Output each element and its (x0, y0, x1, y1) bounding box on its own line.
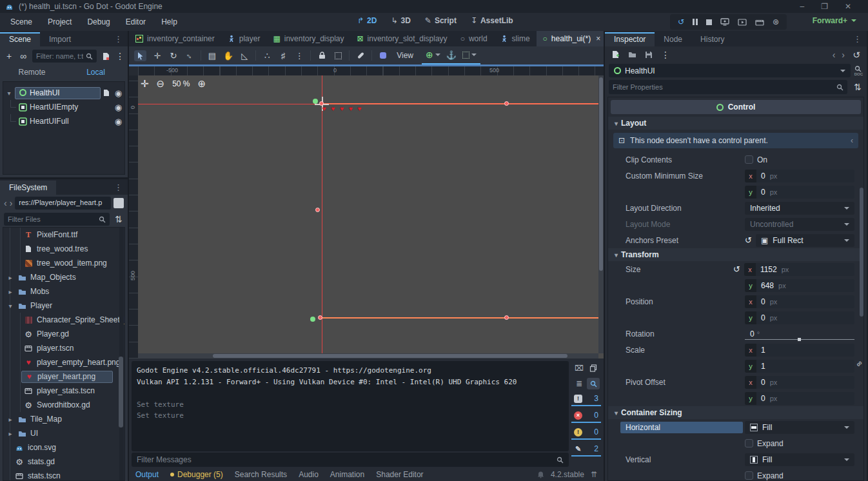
tab-filesystem[interactable]: FileSystem (0, 181, 56, 195)
script-icon[interactable] (103, 89, 110, 97)
revert-icon[interactable]: ↺ (733, 264, 740, 274)
position-y-field[interactable]: y 0 px (745, 311, 854, 324)
custom-min-size-x-field[interactable]: x 0 px (745, 170, 854, 182)
search-output-icon[interactable] (587, 378, 600, 389)
scene-tab-inventory-container[interactable]: inventory_container (129, 31, 221, 46)
tab-history[interactable]: History (691, 32, 733, 46)
folder-row[interactable]: ▸Map_Objects (3, 270, 124, 284)
restart-button[interactable]: ↺ (678, 17, 684, 26)
warnings-filter-badge[interactable]: ! 0 (571, 427, 601, 440)
tab-import[interactable]: Import (40, 32, 80, 46)
history-back-icon[interactable]: ‹ (4, 198, 7, 208)
load-resource-icon[interactable] (627, 51, 637, 58)
focus-file-button[interactable] (113, 198, 124, 208)
tab-node[interactable]: Node (655, 32, 691, 46)
clip-contents-checkbox[interactable] (745, 155, 753, 164)
copy-output-icon[interactable] (587, 362, 600, 374)
pause-button[interactable] (693, 19, 698, 25)
filesystem-menu-icon[interactable]: ⋮ (114, 182, 128, 195)
sort-files-icon[interactable]: ⇅ (113, 214, 124, 224)
vertical-sizing-dropdown[interactable]: Fill (745, 453, 854, 466)
scene-filter-input[interactable]: Filter: name, t:t (32, 50, 97, 63)
inspector-menu-icon[interactable]: ⋮ (853, 34, 867, 46)
layout-mode-dropdown[interactable]: Uncontrolled (745, 218, 854, 231)
rotation-thumb[interactable] (798, 338, 801, 341)
vertical-scrollbar[interactable] (598, 75, 604, 353)
file-row[interactable]: tree_wood_item.png (3, 256, 124, 270)
chevron-right-icon[interactable]: ▸ (7, 274, 14, 281)
folder-row[interactable]: ▾Player (3, 299, 124, 313)
folder-row[interactable]: ▸UI (3, 426, 124, 440)
tab-animation[interactable]: Animation (330, 470, 364, 479)
menu-debug[interactable]: Debug (81, 15, 116, 29)
zoom-in-icon[interactable]: ⊕ (198, 78, 206, 90)
ruler-tool[interactable]: ◺ (239, 51, 250, 61)
movie-maker-icon[interactable]: ⊛ (773, 17, 779, 26)
filter-messages-input[interactable]: Filter Messages (132, 453, 569, 467)
workspace-2d[interactable]: ↱2D (353, 14, 380, 27)
section-layout[interactable]: ▾ Layout (608, 117, 863, 130)
resource-options-icon[interactable]: ⋮ (660, 50, 671, 60)
select-tool[interactable] (134, 50, 146, 61)
visibility-eye-icon[interactable]: ◉ (115, 88, 122, 98)
list-select-tool[interactable]: ▤ (207, 51, 217, 61)
file-row[interactable]: tree_wood.tres (3, 242, 124, 256)
open-docs-button[interactable]: DOC (854, 66, 863, 76)
chevron-down-icon[interactable]: ▾ (7, 302, 14, 309)
scale-y-field[interactable]: y 1 (745, 360, 854, 373)
chevron-right-icon[interactable]: ▸ (7, 288, 14, 295)
edited-object-selector[interactable]: HealthUI (609, 64, 851, 77)
smart-snap-toggle[interactable]: ∴ (262, 51, 272, 61)
add-node-button[interactable]: + (4, 51, 14, 61)
filter-properties-input[interactable]: Filter Properties (609, 80, 847, 94)
file-row[interactable]: ♥player_empty_heart.png (3, 355, 124, 369)
renderer-selector[interactable]: Forward+ (813, 16, 856, 25)
collapse-icon[interactable]: ▾ (6, 90, 12, 97)
zoom-level[interactable]: 50 % (172, 79, 190, 88)
filesystem-scrollbar[interactable] (119, 228, 124, 480)
file-row[interactable]: ⚙Player.gd (3, 327, 124, 341)
local-tab[interactable]: Local (64, 66, 128, 80)
minimize-button[interactable]: – (800, 2, 804, 11)
workspace-3d[interactable]: ↳3D (387, 14, 414, 27)
size-y-field[interactable]: y 648 px (745, 279, 854, 292)
play-scene-button[interactable] (738, 19, 747, 26)
pivot-y-field[interactable]: y 0 px (745, 392, 854, 405)
file-row[interactable]: TPixelFont.ttf (3, 228, 124, 242)
size-x-field[interactable]: x 1152 px (744, 263, 854, 276)
folder-row[interactable]: ▸Mobs (3, 284, 124, 299)
messages-filter-badge[interactable]: ! 3 (571, 393, 601, 406)
filesystem-filter-input[interactable]: Filter Files (4, 213, 110, 226)
tab-audio[interactable]: Audio (299, 470, 319, 479)
tree-row[interactable]: HeartUIFull ◉ (3, 114, 124, 128)
remote-tab[interactable]: Remote (0, 66, 64, 80)
file-row[interactable]: icon.svg (3, 440, 124, 455)
play-custom-scene-button[interactable] (755, 19, 764, 26)
vertical-expand-checkbox[interactable] (745, 471, 753, 480)
rect-handle-bottom-left[interactable] (318, 315, 322, 320)
history-back-icon[interactable]: ‹ (833, 50, 836, 60)
horizontal-sizing-dropdown[interactable]: Fill (745, 421, 854, 434)
scene-tab-slime[interactable]: slime (494, 31, 537, 46)
stop-button[interactable] (706, 19, 712, 25)
visibility-eye-icon[interactable]: ◉ (115, 117, 122, 126)
scene-tab-player[interactable]: player (221, 31, 267, 46)
errors-filter-badge[interactable]: × 0 (571, 410, 601, 423)
section-container-sizing[interactable]: ▾ Container Sizing (608, 406, 863, 419)
rect-handle-bottom-middle[interactable] (504, 315, 509, 320)
inspector-scrollbar[interactable] (860, 188, 863, 317)
center-view-icon[interactable]: ✛ (141, 78, 149, 90)
attach-script-button[interactable] (101, 52, 111, 61)
current-path[interactable]: res://Player/player_heart.p (15, 197, 111, 210)
rotate-tool[interactable]: ↻ (168, 51, 179, 61)
file-row[interactable]: player.tscn (3, 341, 124, 355)
scene-tab-inventory-display[interactable]: ▦ inventory_display (266, 31, 350, 46)
scene-tab-inventory-slot-display[interactable]: ⊠ inventory_slot_displayy (350, 31, 453, 46)
prop-horizontal-label[interactable]: Horizontal (620, 422, 743, 433)
tab-debugger[interactable]: Debugger (5) (170, 470, 223, 479)
rotation-slider[interactable]: 0 ° (745, 327, 854, 341)
history-forward-icon[interactable]: › (842, 50, 845, 60)
file-row[interactable]: player_stats.tscn (3, 384, 124, 398)
tab-output[interactable]: Output (135, 470, 159, 479)
canvas-settings-icon[interactable] (378, 52, 388, 59)
